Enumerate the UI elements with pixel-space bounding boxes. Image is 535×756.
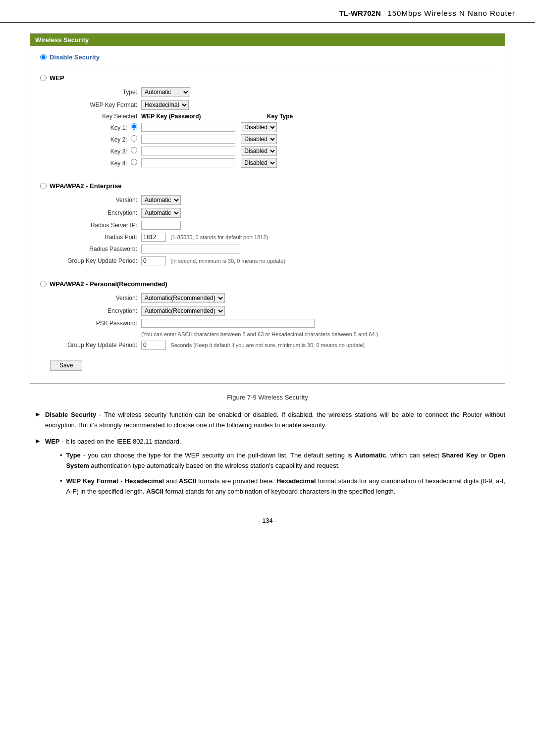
sub-bullet-type-text: Type - you can choose the type for the W… (66, 451, 505, 471)
wep-type-value: Automatic Shared Key Open System (139, 86, 505, 99)
wpa-per-encryption-value: Automatic(Recommended) TKIP AES (139, 304, 505, 317)
wpa-enterprise-form-table: Version: Automatic WPA WPA2 Encryption: (50, 194, 505, 267)
wpa-per-version-value: Automatic(Recommended) WPA WPA2 (139, 292, 505, 304)
wep-key1-input[interactable] (141, 123, 235, 132)
model-name: TL-WR702N (339, 9, 381, 17)
sub-bullet-type-auto-bold: Automatic (355, 452, 386, 459)
wpa-per-psk-input[interactable] (141, 319, 315, 328)
bullet-wep-text: WEP - It is based on the IEEE 802.11 sta… (45, 437, 505, 447)
wep-key3-value: Disabled 64bit 128bit 152bit (139, 145, 505, 157)
sub-bullet-dot-1: • (60, 452, 62, 459)
wep-key-selected-header: Key Selected (50, 111, 139, 121)
wpa-ent-radius-port-input[interactable] (141, 233, 166, 242)
wep-key2-input[interactable] (141, 135, 235, 144)
wep-key4-value: Disabled 64bit 128bit 152bit (139, 157, 505, 169)
wep-key-headers-row: Key Selected WEP Key (Password) Key Type (50, 111, 505, 121)
wep-key2-radio[interactable] (131, 135, 137, 142)
wep-key1-label: Key 1: (50, 121, 139, 133)
wep-key4-label: Key 4: (50, 157, 139, 169)
wpa-per-version-select[interactable]: Automatic(Recommended) WPA WPA2 (141, 293, 225, 303)
wep-form-table: Type: Automatic Shared Key Open System W… (50, 86, 505, 169)
sub-bullets-wep: • Type - you can choose the type for the… (60, 451, 505, 497)
wep-key-format-select[interactable]: Hexadecimal ASCII (141, 100, 189, 110)
wpa-ent-groupkey-label: Group Key Update Period: (50, 255, 139, 267)
wpa-per-groupkey-hint: Seconds (Keep it default if you are not … (170, 342, 365, 348)
wep-key4-radio[interactable] (131, 159, 137, 165)
wpa-ent-version-select[interactable]: Automatic WPA WPA2 (141, 195, 181, 205)
wpa-enterprise-radio[interactable] (40, 183, 47, 189)
wpa-ent-encryption-value: Automatic TKIP AES (139, 206, 505, 219)
wpa-per-psk-label: PSK Password: (50, 317, 139, 329)
main-content: Wireless Security Disable Security WEP T (0, 33, 535, 534)
bullet-wep-content: WEP - It is based on the IEEE 802.11 sta… (45, 437, 505, 502)
wep-key2-label: Key 2: (50, 133, 139, 145)
sub-bullet-dot-2: • (60, 477, 62, 485)
wep-key3-type-select[interactable]: Disabled 64bit 128bit 152bit (241, 146, 277, 156)
wpa-ent-radius-pw-row: Radius Password: (50, 243, 505, 255)
wpa-per-encryption-select[interactable]: Automatic(Recommended) TKIP AES (141, 306, 225, 316)
wep-key1-radio[interactable] (131, 123, 137, 130)
wpa-per-psk-value (139, 317, 505, 329)
sub-bullet-type-opensys-bold: Open System (66, 452, 505, 469)
wep-key-password-header: WEP Key (Password) Key Type (139, 111, 505, 121)
disable-security-radio[interactable] (40, 54, 47, 60)
wep-key3-input[interactable] (141, 147, 235, 155)
wpa-personal-radio[interactable] (40, 281, 47, 287)
wep-key-type-col-header: Key Type (267, 113, 293, 120)
sub-bullet-hex-bold: Hexadecimal (125, 477, 164, 485)
wpa-per-groupkey-input[interactable] (141, 341, 166, 350)
wpa-personal-label: WPA/WPA2 - Personal(Recommended) (50, 280, 167, 288)
sub-bullet-wepkeyformat-bold: WEP Key Format (66, 477, 118, 485)
wpa-ent-radius-ip-value (139, 219, 505, 231)
wpa-per-version-label: Version: (50, 292, 139, 304)
wpa-ent-radius-ip-label: Radius Server IP: (50, 219, 139, 231)
wep-key4-input[interactable] (141, 158, 235, 167)
page-number: - 134 - (30, 517, 505, 534)
wpa-per-psk-hint-row: (You can enter ASCII characters between … (50, 329, 505, 339)
wpa-ent-version-label: Version: (50, 194, 139, 206)
wpa-personal-title: WPA/WPA2 - Personal(Recommended) (40, 280, 495, 288)
save-button[interactable]: Save (50, 360, 82, 371)
wpa-ent-radius-port-value: (1-85535, 0 stands for default port 1812… (139, 231, 505, 243)
sub-bullet-type-bold: Type (66, 452, 80, 459)
wpa-enterprise-label: WPA/WPA2 - Enterprise (50, 182, 121, 190)
wep-type-label: Type: (50, 86, 139, 99)
wep-section: WEP Type: Automatic Shared Key Open Syst… (40, 74, 495, 169)
wpa-per-encryption-label: Encryption: (50, 304, 139, 317)
wep-key3-row: Key 3: Disabled 64bit 128bit 152bit (50, 145, 505, 157)
wpa-ent-encryption-row: Encryption: Automatic TKIP AES (50, 206, 505, 219)
divider1 (40, 70, 495, 70)
wpa-ent-radius-ip-input[interactable] (141, 221, 181, 230)
wep-radio[interactable] (40, 75, 47, 81)
divider3 (40, 276, 495, 276)
wpa-ent-encryption-label: Encryption: (50, 206, 139, 219)
wpa-ent-version-value: Automatic WPA WPA2 (139, 194, 505, 206)
sub-bullet-ascii-bold: ASCII (179, 477, 196, 485)
disable-security-title: Disable Security (40, 53, 495, 61)
sub-bullet-type: • Type - you can choose the type for the… (60, 451, 505, 471)
wpa-ent-groupkey-row: Group Key Update Period: (in second, min… (50, 255, 505, 267)
wep-key1-type-select[interactable]: Disabled 64bit 128bit 152bit (241, 122, 277, 132)
wep-key2-type-select[interactable]: Disabled 64bit 128bit 152bit (241, 134, 277, 144)
wep-key-format-value: Hexadecimal ASCII (139, 99, 505, 111)
wpa-ent-groupkey-input[interactable] (141, 256, 166, 265)
bullet-arrow-2: ► (35, 437, 41, 445)
wpa-ent-radius-pw-input[interactable] (141, 245, 240, 253)
sub-bullet-ascii2-bold: ASCII (146, 488, 163, 495)
bullet-disable-security-text: Disable Security - The wireless security… (45, 410, 505, 431)
wpa-per-groupkey-value: Seconds (Keep it default if you are not … (139, 339, 505, 351)
wpa-per-groupkey-row: Group Key Update Period: Seconds (Keep i… (50, 339, 505, 351)
wpa-ent-radius-port-label: Radius Port: (50, 231, 139, 243)
wpa-per-version-row: Version: Automatic(Recommended) WPA WPA2 (50, 292, 505, 304)
page-header: TL-WR702N 150Mbps Wireless N Nano Router (0, 0, 535, 23)
wep-key3-radio[interactable] (131, 147, 137, 153)
wpa-ent-encryption-select[interactable]: Automatic TKIP AES (141, 208, 181, 218)
bullet-section: ► Disable Security - The wireless securi… (30, 410, 505, 502)
wep-key2-row: Key 2: Disabled 64bit 128bit 152bit (50, 133, 505, 145)
wep-key1-row: Key 1: Disabled 64bit 128bit 152bit (50, 121, 505, 133)
disable-security-section: Disable Security (40, 53, 495, 61)
wep-type-select[interactable]: Automatic Shared Key Open System (141, 87, 190, 97)
wpa-per-psk-row: PSK Password: (50, 317, 505, 329)
wep-key4-type-select[interactable]: Disabled 64bit 128bit 152bit (241, 158, 277, 168)
wpa-ent-radius-ip-row: Radius Server IP: (50, 219, 505, 231)
